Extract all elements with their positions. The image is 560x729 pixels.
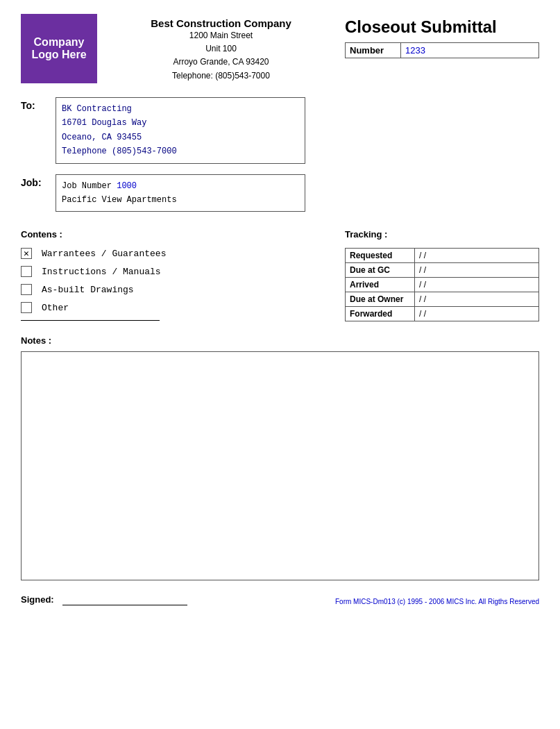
company-phone: Telephone: (805)543-7000 bbox=[111, 69, 331, 83]
tracking-dueatgc-label: Due at GC bbox=[346, 263, 415, 278]
job-section: Job: Job Number 1000 Pacific View Apartm… bbox=[21, 174, 539, 212]
job-number-line: Job Number 1000 bbox=[62, 179, 299, 193]
company-address1: 1200 Main Street bbox=[111, 29, 331, 42]
footer: Signed: Form MICS-Dm013 (c) 1995 - 2006 … bbox=[21, 594, 539, 605]
notes-section: Notes : bbox=[21, 335, 539, 580]
to-line2: 16701 Douglas Way bbox=[62, 116, 299, 130]
checkbox-warranties[interactable]: ✕ bbox=[21, 248, 32, 259]
table-row: Requested / / bbox=[346, 249, 539, 263]
to-line1: BK Contracting bbox=[62, 102, 299, 116]
form-id: Form MICS-Dm013 (c) 1995 - 2006 MICS Inc… bbox=[335, 598, 539, 605]
tracking-label: Tracking : bbox=[345, 229, 539, 240]
notes-label: Notes : bbox=[21, 335, 539, 346]
header: Company Logo Here Best Construction Comp… bbox=[21, 14, 539, 83]
list-item: Other bbox=[21, 302, 331, 313]
company-address2: Unit 100 bbox=[111, 42, 331, 56]
to-address: BK Contracting 16701 Douglas Way Oceano,… bbox=[56, 97, 305, 164]
job-label: Job: bbox=[21, 174, 49, 188]
checkbox-warranties-label: Warrantees / Guarantees bbox=[42, 249, 166, 259]
checkbox-instructions-label: Instructions / Manuals bbox=[42, 267, 161, 277]
list-item: ✕ Warrantees / Guarantees bbox=[21, 248, 331, 259]
company-info: Best Construction Company 1200 Main Stre… bbox=[111, 14, 331, 83]
tracking-requested-label: Requested bbox=[346, 249, 415, 263]
to-line3: Oceano, CA 93455 bbox=[62, 131, 299, 144]
checkbox-asbuilt[interactable] bbox=[21, 284, 32, 295]
to-section: To: BK Contracting 16701 Douglas Way Oce… bbox=[21, 97, 539, 164]
job-box: Job Number 1000 Pacific View Apartments bbox=[56, 174, 305, 212]
tracking-requested-value: / / bbox=[415, 249, 539, 263]
to-line4: Telephone (805)543-7000 bbox=[62, 144, 299, 158]
tracking-arrived-value: / / bbox=[415, 278, 539, 292]
signed-label: Signed: bbox=[21, 594, 54, 605]
table-row: Forwarded / / bbox=[346, 307, 539, 321]
checkbox-instructions[interactable] bbox=[21, 266, 32, 277]
tracking-forwarded-value: / / bbox=[415, 307, 539, 321]
company-address3: Arroyo Grande, CA 93420 bbox=[111, 56, 331, 69]
checkbox-other[interactable] bbox=[21, 302, 32, 313]
title-section: Closeout Submittal Number 1233 bbox=[345, 14, 539, 58]
list-item: Instructions / Manuals bbox=[21, 266, 331, 277]
signed-area: Signed: bbox=[21, 594, 187, 605]
company-logo: Company Logo Here bbox=[21, 14, 97, 83]
to-label: To: bbox=[21, 97, 49, 111]
table-row: Due at Owner / / bbox=[346, 292, 539, 307]
list-item: As-built Drawings bbox=[21, 284, 331, 295]
checkbox-other-label: Other bbox=[42, 303, 69, 313]
tracking-dueatowner-label: Due at Owner bbox=[346, 292, 415, 307]
tracking-col: Tracking : Requested / / Due at GC / / A… bbox=[345, 229, 539, 321]
job-name: Pacific View Apartments bbox=[62, 193, 299, 207]
number-label: Number bbox=[346, 43, 401, 58]
tracking-arrived-label: Arrived bbox=[346, 278, 415, 292]
other-detail-line bbox=[21, 320, 160, 321]
tracking-dueatgc-value: / / bbox=[415, 263, 539, 278]
contents-col: Contens : ✕ Warrantees / Guarantees Inst… bbox=[21, 229, 345, 321]
signed-line bbox=[62, 605, 187, 605]
tracking-dueatowner-value: / / bbox=[415, 292, 539, 307]
tracking-forwarded-label: Forwarded bbox=[346, 307, 415, 321]
table-row: Due at GC / / bbox=[346, 263, 539, 278]
contents-tracking: Contens : ✕ Warrantees / Guarantees Inst… bbox=[21, 229, 539, 321]
contents-label: Contens : bbox=[21, 229, 331, 240]
notes-box[interactable] bbox=[21, 351, 539, 580]
company-name: Best Construction Company bbox=[111, 17, 331, 29]
checkbox-asbuilt-label: As-built Drawings bbox=[42, 285, 134, 295]
number-value: 1233 bbox=[401, 43, 539, 58]
table-row: Arrived / / bbox=[346, 278, 539, 292]
number-table: Number 1233 bbox=[345, 42, 539, 58]
tracking-table: Requested / / Due at GC / / Arrived / / … bbox=[345, 248, 539, 321]
page-title: Closeout Submittal bbox=[345, 17, 539, 37]
job-number-link[interactable]: 1000 bbox=[117, 181, 137, 191]
